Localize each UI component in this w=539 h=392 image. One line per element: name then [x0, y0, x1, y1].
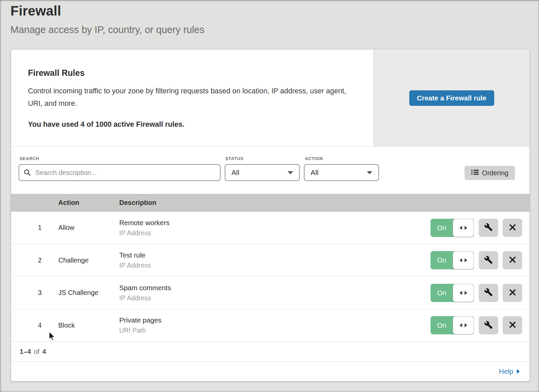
help-row: Help	[11, 361, 530, 381]
rule-enabled-toggle[interactable]: On	[431, 284, 474, 302]
rule-description-cell: Private pages URI Path	[119, 316, 431, 334]
toggle-arrows-icon	[465, 291, 467, 295]
rule-description: Remote workers	[119, 219, 431, 227]
help-link-label: Help	[499, 367, 513, 375]
ordered-list-icon	[471, 169, 479, 177]
rule-controls: On	[431, 284, 522, 302]
caret-down-icon	[367, 171, 372, 174]
rule-match-type: URI Path	[119, 327, 431, 334]
search-label: SEARCH	[20, 156, 39, 161]
wrench-icon	[484, 255, 493, 265]
rule-match-type: IP Address	[119, 229, 431, 237]
pagination-of: of	[34, 348, 39, 356]
toggle-arrows-icon	[459, 226, 462, 230]
wrench-icon	[484, 223, 493, 233]
filter-bar: SEARCH STATUS All ACTION All Ordering	[11, 147, 530, 194]
rule-enabled-toggle[interactable]: On	[431, 219, 474, 237]
search-icon	[23, 169, 31, 178]
table-row: 1 Allow Remote workers IP Address On	[11, 212, 530, 244]
rule-action: JS Challenge	[58, 289, 119, 297]
rule-description-cell: Remote workers IP Address	[119, 219, 431, 237]
page-header: Firewall Manage access by IP, country, o…	[0, 0, 539, 35]
page-subtitle: Manage access by IP, country, or query r…	[10, 24, 539, 35]
toggle-handle[interactable]	[453, 284, 474, 302]
pagination: 1–4 of 4	[11, 341, 530, 361]
firewall-rules-card: Firewall Rules Control incoming traffic …	[11, 50, 530, 381]
help-link[interactable]: Help	[499, 367, 520, 375]
delete-rule-button[interactable]	[503, 251, 522, 269]
toggle-handle[interactable]	[453, 316, 474, 334]
toggle-handle[interactable]	[453, 251, 474, 269]
table-row: 4 Block Private pages URI Path On	[11, 309, 530, 342]
status-select-value: All	[231, 169, 239, 177]
edit-rule-button[interactable]	[479, 219, 498, 237]
status-select[interactable]: All	[225, 164, 300, 181]
edit-rule-button[interactable]	[479, 316, 498, 334]
table-row: 2 Challenge Test rule IP Address On	[11, 244, 530, 277]
caret-down-icon	[288, 171, 293, 174]
toggle-arrows-icon	[465, 258, 467, 262]
table-header: Action Description	[11, 194, 530, 212]
create-rule-panel: Create a Firewall rule	[373, 50, 530, 146]
rule-controls: On	[431, 219, 522, 237]
status-label: STATUS	[225, 156, 244, 161]
rule-match-type: IP Address	[119, 294, 431, 302]
toggle-state-label: On	[431, 284, 453, 302]
close-icon	[508, 255, 517, 265]
rule-match-type: IP Address	[119, 262, 431, 269]
rule-description: Spam comments	[119, 284, 431, 292]
rule-priority: 1	[11, 224, 58, 232]
create-firewall-rule-button[interactable]: Create a Firewall rule	[409, 90, 494, 106]
card-intro-section: Firewall Rules Control incoming traffic …	[11, 50, 530, 147]
usage-note: You have used 4 of 1000 active Firewall …	[28, 120, 353, 129]
rule-enabled-toggle[interactable]: On	[431, 251, 474, 269]
close-icon	[508, 223, 517, 233]
search-field-wrap	[19, 164, 221, 181]
card-description: Control incoming traffic to your zone by…	[28, 85, 351, 110]
action-select[interactable]: All	[304, 164, 379, 181]
rule-description-cell: Test rule IP Address	[119, 251, 431, 269]
rule-description-cell: Spam comments IP Address	[119, 284, 431, 302]
table-row: 3 JS Challenge Spam comments IP Address …	[11, 276, 530, 309]
toggle-handle[interactable]	[453, 219, 474, 237]
rule-action: Block	[58, 322, 119, 329]
page-title: Firewall	[10, 3, 539, 19]
action-select-value: All	[311, 169, 318, 177]
delete-rule-button[interactable]	[503, 316, 522, 334]
search-input[interactable]	[19, 164, 221, 181]
toggle-arrows-icon	[459, 291, 462, 295]
forward-triangle-icon	[517, 369, 520, 374]
delete-rule-button[interactable]	[503, 219, 522, 237]
action-column-header: Action	[58, 199, 119, 207]
card-intro-text: Firewall Rules Control incoming traffic …	[11, 50, 373, 146]
edit-rule-button[interactable]	[479, 284, 498, 302]
rule-description: Private pages	[119, 316, 431, 324]
toggle-arrows-icon	[459, 258, 462, 262]
rule-priority: 4	[11, 322, 58, 329]
pagination-total: 4	[42, 348, 46, 356]
rules-table-body: 1 Allow Remote workers IP Address On	[11, 212, 530, 341]
rule-priority: 3	[11, 289, 58, 297]
action-label: ACTION	[305, 156, 323, 161]
card-heading: Firewall Rules	[28, 68, 353, 78]
ordering-button[interactable]: Ordering	[465, 166, 515, 180]
delete-rule-button[interactable]	[503, 284, 522, 302]
rule-description: Test rule	[119, 251, 431, 259]
toggle-state-label: On	[431, 316, 453, 334]
wrench-icon	[484, 288, 493, 298]
rule-priority: 2	[11, 257, 58, 264]
rule-enabled-toggle[interactable]: On	[431, 316, 474, 334]
close-icon	[508, 321, 517, 330]
rule-controls: On	[431, 251, 522, 269]
ordering-button-label: Ordering	[482, 169, 508, 177]
edit-rule-button[interactable]	[479, 251, 498, 269]
wrench-icon	[484, 321, 493, 330]
close-icon	[508, 288, 517, 298]
description-column-header: Description	[119, 199, 530, 207]
toggle-state-label: On	[431, 251, 453, 269]
toggle-arrows-icon	[459, 323, 462, 327]
rule-action: Challenge	[58, 257, 119, 264]
rule-action: Allow	[58, 224, 119, 232]
toggle-state-label: On	[431, 219, 453, 237]
rule-controls: On	[431, 316, 522, 334]
